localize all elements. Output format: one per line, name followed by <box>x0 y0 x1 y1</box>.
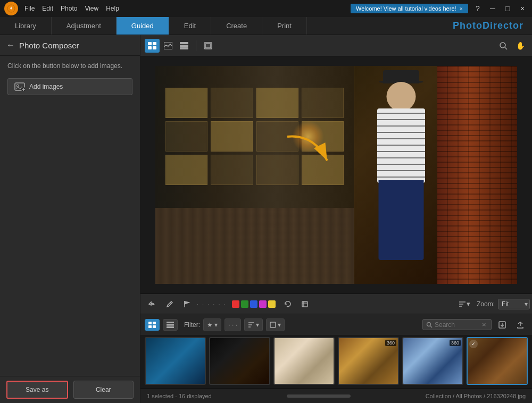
save-as-button[interactable]: Save as <box>6 381 68 399</box>
thumb-image-5: 360 <box>403 338 462 384</box>
title-bar-right: Welcome! View all tutorial videos here! … <box>351 3 528 14</box>
import-button[interactable] <box>495 318 510 332</box>
toolbar-row: ✋ <box>140 35 532 56</box>
minimize-icon[interactable]: ─ <box>487 3 498 14</box>
thumbnail-6[interactable]: ✓ <box>467 337 528 385</box>
svg-line-19 <box>170 303 171 304</box>
person-jeans <box>379 180 424 260</box>
color-green[interactable] <box>241 300 248 308</box>
zoom-select[interactable]: Fit 100% 50% 25% 200% <box>498 299 530 309</box>
filter-star-button[interactable]: ★ ▾ <box>203 318 221 331</box>
tab-guided[interactable]: Guided <box>117 17 169 35</box>
tab-edit[interactable]: Edit <box>169 17 211 35</box>
color-purple[interactable] <box>259 300 267 308</box>
list-thumb-button[interactable] <box>163 319 178 331</box>
back-arrow[interactable]: ← <box>6 40 15 50</box>
add-images-label: Add images <box>29 83 63 90</box>
window <box>165 88 207 118</box>
clear-button[interactable]: Clear <box>73 381 134 399</box>
left-panel-spacer <box>0 97 140 376</box>
search-input[interactable] <box>435 321 480 329</box>
toolbar-divider <box>196 40 196 51</box>
help-icon[interactable]: ? <box>472 3 483 14</box>
sort-filmstrip-button[interactable]: ▾ <box>244 318 263 331</box>
search-button[interactable] <box>496 39 511 53</box>
menu-edit[interactable]: Edit <box>42 5 53 12</box>
menu-help[interactable]: Help <box>106 5 119 12</box>
window <box>211 121 253 152</box>
selection-count: 1 selected - 16 displayed <box>147 393 212 399</box>
thumb-image-6: ✓ <box>468 338 527 384</box>
thumbnail-1[interactable] <box>145 337 206 385</box>
refresh-button[interactable] <box>281 299 295 309</box>
svg-rect-9 <box>153 46 156 49</box>
window <box>256 88 298 118</box>
brush-button[interactable] <box>163 299 177 309</box>
svg-rect-29 <box>148 325 152 328</box>
fullscreen-button[interactable] <box>201 39 215 53</box>
thumbnail-3[interactable] <box>273 337 335 385</box>
scroll-container[interactable] <box>222 394 415 398</box>
svg-line-39 <box>430 326 432 328</box>
svg-rect-32 <box>167 324 174 325</box>
content: ← Photo Composer Click on the button bel… <box>0 35 532 403</box>
file-path: Collection / All Photos / 216320248.jpg <box>426 393 526 399</box>
color-yellow[interactable] <box>268 300 276 308</box>
thumbnail-2[interactable] <box>209 337 270 385</box>
tutorial-text: Welcome! View all tutorial videos here! <box>356 5 456 12</box>
svg-rect-21 <box>302 301 307 307</box>
maximize-icon[interactable]: □ <box>502 3 513 14</box>
view-filmstrip-button[interactable]: ▾ <box>266 318 285 331</box>
list-view-button[interactable] <box>177 39 192 53</box>
tab-create[interactable]: Create <box>211 17 262 35</box>
svg-line-17 <box>505 47 507 49</box>
sort-button[interactable]: ▾ <box>455 298 473 309</box>
window <box>165 155 207 185</box>
person-body <box>369 82 433 284</box>
flag-button[interactable] <box>180 299 194 309</box>
color-blue[interactable] <box>250 300 257 308</box>
left-panel-footer: Save as Clear <box>0 376 140 403</box>
menu-file[interactable]: File <box>24 5 35 12</box>
search-clear-icon[interactable]: × <box>482 321 486 329</box>
filter-more-button[interactable]: · · · <box>225 318 241 331</box>
tab-library[interactable]: Library <box>0 17 52 35</box>
svg-rect-28 <box>153 322 156 324</box>
canvas-area[interactable] <box>140 56 532 293</box>
undo-button[interactable] <box>145 299 160 309</box>
tab-print[interactable]: Print <box>262 17 307 35</box>
thumbnail-4[interactable]: 360 <box>338 337 399 385</box>
grid-view-button[interactable] <box>145 39 160 53</box>
zoom-label: Zoom: <box>477 300 495 308</box>
color-red[interactable] <box>232 300 239 308</box>
menu-photo[interactable]: Photo <box>61 5 77 12</box>
left-panel: ← Photo Composer Click on the button bel… <box>0 35 140 403</box>
window <box>211 88 253 118</box>
main-image <box>155 66 517 284</box>
pan-button[interactable]: ✋ <box>513 39 528 53</box>
arrow-annotation <box>282 131 335 174</box>
tutorial-banner[interactable]: Welcome! View all tutorial videos here! … <box>351 4 468 13</box>
svg-point-38 <box>427 322 431 326</box>
grid-thumb-button[interactable] <box>145 319 160 331</box>
menu-view[interactable]: View <box>85 5 98 12</box>
add-images-button[interactable]: Add images <box>7 78 132 95</box>
status-bar: 1 selected - 16 displayed Collection / A… <box>140 388 532 403</box>
svg-point-16 <box>500 43 505 48</box>
badge-360-1: 360 <box>385 340 396 346</box>
crop-button[interactable] <box>298 299 312 309</box>
svg-rect-31 <box>167 322 174 323</box>
view-toggle-group <box>145 39 192 53</box>
tutorial-close-icon[interactable]: × <box>460 5 463 12</box>
export-button[interactable] <box>513 318 528 332</box>
bottom-toolbar: · · · · · · <box>140 293 532 314</box>
svg-rect-6 <box>148 42 152 45</box>
scroll-thumb[interactable] <box>287 394 351 398</box>
image-view-button[interactable] <box>161 39 176 53</box>
svg-point-2 <box>16 85 19 87</box>
tab-adjustment[interactable]: Adjustment <box>52 17 117 35</box>
thumbnail-5[interactable]: 360 <box>402 337 463 385</box>
close-icon[interactable]: × <box>517 3 528 14</box>
svg-rect-13 <box>180 47 188 49</box>
svg-rect-33 <box>167 326 174 328</box>
